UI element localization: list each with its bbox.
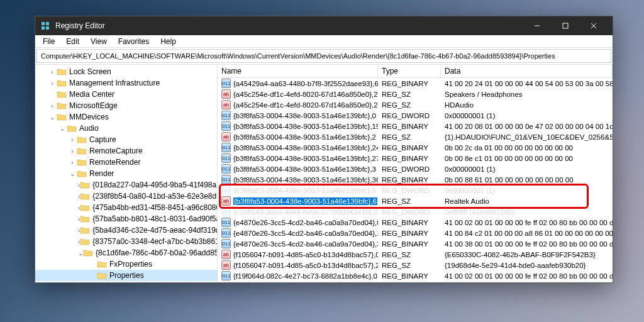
- expand-icon[interactable]: ⌄: [48, 114, 57, 121]
- tree-item[interactable]: ⌄Audio: [35, 123, 217, 134]
- maximize-button[interactable]: [551, 16, 579, 35]
- value-row[interactable]: 011{b3f8fa53-0004-438e-9003-51a46e139bfc…: [218, 185, 613, 196]
- value-data: 0b 00 2c da 01 00 00 00 00 00 00 00 00: [441, 144, 613, 152]
- tree-item[interactable]: ›RemoteCapture: [35, 145, 217, 157]
- value-list[interactable]: Name Type Data 011{a45429a4-aa63-4480-b7…: [218, 65, 613, 282]
- folder-icon: [80, 226, 90, 235]
- titlebar[interactable]: Registry Editor: [35, 16, 613, 35]
- menu-help[interactable]: Help: [155, 36, 181, 47]
- binary-value-icon: 011: [221, 143, 231, 152]
- menu-favorites[interactable]: Favorites: [113, 36, 154, 47]
- col-type[interactable]: Type: [378, 65, 441, 77]
- binary-value-icon: 011: [221, 218, 231, 227]
- value-type: REG_BINARY: [378, 80, 441, 87]
- expand-icon[interactable]: ›: [48, 80, 57, 87]
- menu-file[interactable]: File: [38, 36, 60, 47]
- minimize-button[interactable]: [523, 16, 551, 35]
- value-name: {f1056047-b091-4d85-a5c0-b13d4d8bac57},0: [233, 251, 378, 258]
- expand-icon[interactable]: ⌄: [68, 170, 77, 177]
- tree-item[interactable]: ›{018da227-0a94-495d-9ba5-41f498ab952c}: [35, 179, 217, 191]
- tree-item[interactable]: ›Management Infrastructure: [35, 77, 217, 89]
- binary-value-icon: 011: [221, 79, 231, 88]
- value-row[interactable]: 011{f19f064d-082c-4e27-bc73-6882a1bb8e4c…: [218, 270, 613, 281]
- binary-value-icon: 011: [221, 239, 231, 248]
- folder-icon: [97, 271, 107, 280]
- value-row[interactable]: ab{a45c254e-df1c-4efd-8020-67d146a850e0}…: [218, 99, 613, 110]
- tree-item[interactable]: Properties: [35, 270, 217, 281]
- value-data: 0xffffffff (4294967295): [441, 208, 613, 216]
- tree-item[interactable]: Media Center: [35, 89, 217, 100]
- value-type: REG_BINARY: [378, 176, 441, 184]
- value-type: REG_BINARY: [378, 272, 441, 280]
- value-row[interactable]: 011{b3f8fa53-0004-438e-9003-51a46e139bfc…: [218, 164, 613, 174]
- value-row[interactable]: 011{e4870e26-3cc5-4cd2-ba46-ca0a9a70ed04…: [218, 217, 613, 228]
- tree-item[interactable]: ›{5ba4d346-c32e-4d75-aeac-94df319db008}: [35, 225, 217, 236]
- tree-item[interactable]: ›Lock Screen: [35, 66, 217, 77]
- value-row[interactable]: 011{e4870e26-3cc5-4cd2-ba46-ca0a9a70ed04…: [218, 228, 613, 238]
- expand-icon[interactable]: ›: [68, 136, 77, 143]
- svg-rect-0: [42, 22, 45, 25]
- value-name: {b3f8fa53-0004-438e-9003-51a46e139bfc},0: [233, 112, 376, 119]
- value-name: {e4870e26-3cc5-4cd2-ba46-ca0a9a70ed04},0: [233, 219, 378, 226]
- value-data: 0x00000001 (1): [441, 165, 613, 173]
- value-name: {b3f8fa53-0004-438e-9003-51a46e139bfc},1…: [233, 123, 378, 130]
- expand-icon[interactable]: ⌄: [58, 125, 67, 132]
- tree-item[interactable]: FxProperties: [35, 258, 217, 270]
- tree-label: {5ba4d346-c32e-4d75-aeac-94df319db008}: [92, 226, 218, 235]
- tree-item[interactable]: ›{8eb1ae39-8d57-4058-862a-7bc147121c8a}: [35, 281, 217, 282]
- folder-icon: [57, 90, 67, 99]
- value-row[interactable]: ab{f1056047-b091-4d85-a5c0-b13d4d8bac57}…: [218, 249, 613, 260]
- folder-icon: [57, 113, 67, 121]
- expand-icon[interactable]: ›: [68, 148, 77, 155]
- tree-item[interactable]: ›{83757a0c-3348-4ecf-a7bc-b4b3b861be52}: [35, 236, 217, 247]
- value-row[interactable]: ab{a45c254e-df1c-4efd-8020-67d146a850e0}…: [218, 89, 613, 99]
- value-name: {a45429a4-aa63-4480-b7f8-3f2552daee93},6: [233, 80, 378, 87]
- address-bar[interactable]: Computer\HKEY_LOCAL_MACHINE\SOFTWARE\Mic…: [36, 49, 611, 63]
- tree-item[interactable]: ⌄MMDevices: [35, 111, 217, 123]
- tree-item[interactable]: ›RemoteRender: [35, 157, 217, 168]
- value-type: REG_DWORD: [378, 112, 441, 119]
- close-button[interactable]: [579, 16, 608, 35]
- expand-icon[interactable]: ›: [68, 159, 77, 166]
- value-row[interactable]: 011{e4870e26-3cc5-4cd2-ba46-ca0a9a70ed04…: [218, 238, 613, 249]
- value-name: {b3f8fa53-0004-438e-9003-51a46e139bfc},2: [233, 133, 376, 141]
- tree-item[interactable]: ›{57ba5abb-b801-48c1-8031-6ad90f5a7b19}: [35, 213, 217, 225]
- app-icon: [40, 21, 50, 31]
- value-row[interactable]: ab{b3f8fa53-0004-438e-9003-51a46e139bfc}…: [218, 131, 613, 142]
- binary-value-icon: 011: [221, 186, 231, 195]
- tree-item[interactable]: ›MicrosoftEdge: [35, 100, 217, 111]
- tree-label: Management Infrastructure: [69, 79, 160, 87]
- menu-view[interactable]: View: [86, 36, 112, 47]
- tree-label: Audio: [79, 124, 99, 133]
- key-tree[interactable]: ›Lock Screen›Management InfrastructureMe…: [35, 65, 218, 282]
- value-row[interactable]: ab{f1056047-b091-4d85-a5c0-b13d4d8bac57}…: [218, 260, 613, 270]
- tree-item[interactable]: ›{475ab4bb-ed31-4f58-8451-a96c8080a9bb}: [35, 202, 217, 213]
- tree-item[interactable]: ›Capture: [35, 134, 217, 145]
- binary-value-icon: 011: [221, 111, 231, 120]
- value-row[interactable]: 011{b3f8fa53-0004-438e-9003-51a46e139bfc…: [218, 142, 613, 153]
- menu-edit[interactable]: Edit: [61, 36, 84, 47]
- tree-item[interactable]: ›{238f8b54-0a80-41bd-a53e-62e3e8d6a338}: [35, 191, 217, 202]
- value-row[interactable]: 011{b3f8fa53-0004-438e-9003-51a46e139bfc…: [218, 121, 613, 131]
- value-type: REG_BINARY: [378, 240, 441, 248]
- expand-icon[interactable]: ⌄: [78, 250, 83, 257]
- value-row[interactable]: 011{b3f8fa53-0004-438e-9003-51a46e139bfc…: [218, 174, 613, 185]
- value-data: 41 00 20 08 01 00 00 00 0e 47 02 00 00 0…: [441, 123, 613, 130]
- expand-icon[interactable]: ›: [48, 103, 57, 109]
- folder-icon: [80, 214, 90, 223]
- col-name[interactable]: Name: [218, 65, 378, 77]
- tree-label: {83757a0c-3348-4ecf-a7bc-b4b3b861be52}: [92, 237, 218, 246]
- value-type: REG_BINARY: [378, 230, 441, 237]
- svg-rect-3: [46, 26, 49, 30]
- value-type: REG_DWORD: [378, 187, 441, 194]
- value-row[interactable]: 011{b3f8fa53-0004-438e-9003-51a46e139bfc…: [218, 153, 613, 164]
- value-row[interactable]: 011{b3f8fa53-0004-438e-9003-51a46e139bfc…: [218, 110, 613, 121]
- value-row[interactable]: ab{b3f8fa53-0004-438e-9003-51a46e139bfc}…: [218, 196, 613, 206]
- col-data[interactable]: Data: [441, 65, 613, 77]
- expand-icon[interactable]: ›: [48, 69, 57, 75]
- value-row[interactable]: 011{a45429a4-aa63-4480-b7f8-3f2552daee93…: [218, 78, 613, 89]
- tree-item[interactable]: ⌄{8c1d6fae-786c-4b67-b0a2-96add8593894}: [35, 247, 217, 258]
- tree-item[interactable]: ⌄Render: [35, 168, 217, 179]
- value-row[interactable]: 011{c2aff540-30ad-4049-8e5e-57780d343e18…: [218, 206, 613, 217]
- value-type: REG_DWORD: [378, 208, 441, 216]
